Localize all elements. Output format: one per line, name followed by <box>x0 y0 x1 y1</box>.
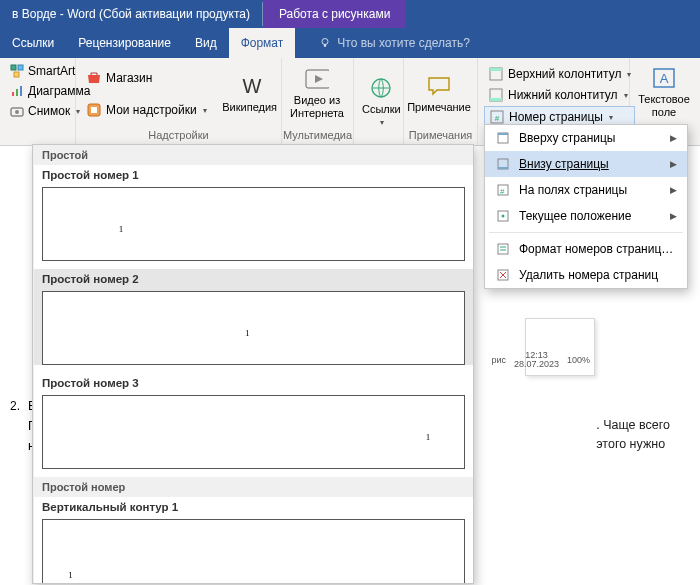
page-number-label: Номер страницы <box>509 110 603 124</box>
format-icon <box>495 241 511 257</box>
menu-page-margins[interactable]: # На полях страницы ▶ <box>485 177 687 203</box>
menu-current-position[interactable]: Текущее положение ▶ <box>485 203 687 229</box>
menu-margins-label: На полях страницы <box>519 183 627 197</box>
svg-text:A: A <box>660 71 669 86</box>
svg-rect-3 <box>18 65 23 70</box>
my-addins-label: Мои надстройки <box>106 103 197 117</box>
ribbon-group-comments: Примечание Примечания <box>404 58 478 145</box>
gallery-item-title-2: Простой номер 2 <box>34 269 473 287</box>
page-number-icon: # <box>489 109 505 125</box>
lightbulb-icon <box>319 37 331 49</box>
svg-rect-24 <box>498 133 508 135</box>
menu-current-label: Текущее положение <box>519 209 631 223</box>
touch-label: рис <box>491 355 506 365</box>
svg-rect-5 <box>12 92 14 96</box>
document-text: . Чаще всего этого нужно <box>596 416 670 454</box>
wikipedia-label: Википедия <box>222 101 277 114</box>
menu-separator <box>489 232 683 233</box>
gallery-group-simple: Простой <box>34 145 473 165</box>
store-icon <box>86 70 102 86</box>
store-button[interactable]: Магазин <box>82 68 211 88</box>
chevron-right-icon: ▶ <box>670 211 677 221</box>
tell-me-search[interactable]: Что вы хотите сделать? <box>319 28 470 58</box>
svg-point-0 <box>322 39 328 45</box>
gallery-option-plain3[interactable]: 1 <box>42 395 465 469</box>
page-number-menu: Вверху страницы ▶ Внизу страницы ▶ # На … <box>484 124 688 289</box>
tab-view[interactable]: Вид <box>183 28 229 58</box>
chevron-down-icon: ▾ <box>380 118 384 127</box>
ribbon-group-addins: Магазин Мои надстройки▾ W Википедия Надс… <box>76 58 282 145</box>
comments-group-label: Примечания <box>404 129 477 145</box>
screenshot-label: Снимок <box>28 104 70 118</box>
smartart-label: SmartArt <box>28 64 75 78</box>
svg-text:#: # <box>500 187 505 196</box>
svg-rect-16 <box>490 68 502 71</box>
gallery-option-vertical1[interactable]: 1 <box>42 519 465 584</box>
textbox-icon: A <box>652 66 676 90</box>
header-button[interactable]: Верхний колонтитул▾ <box>484 64 635 84</box>
context-tab[interactable]: Работа с рисунками <box>263 0 406 28</box>
svg-text:W: W <box>242 75 261 97</box>
tab-references[interactable]: Ссылки <box>0 28 66 58</box>
gallery-option-plain2[interactable]: 1 <box>42 291 465 365</box>
menu-bottom-of-page[interactable]: Внизу страницы ▶ <box>485 151 687 177</box>
svg-rect-2 <box>11 65 16 70</box>
ribbon-group-media: Видео из Интернета Мультимедиа <box>282 58 354 145</box>
footer-label: Нижний колонтитул <box>508 88 618 102</box>
menu-top-label: Вверху страницы <box>519 131 615 145</box>
comment-label: Примечание <box>407 101 471 114</box>
tab-review[interactable]: Рецензирование <box>66 28 183 58</box>
smartart-icon <box>10 64 24 78</box>
gallery-group-simple2: Простой номер <box>34 477 473 497</box>
svg-rect-7 <box>20 86 22 96</box>
gallery-item-title-4: Вертикальный контур 1 <box>34 497 473 515</box>
svg-text:#: # <box>495 114 500 123</box>
online-video-label: Видео из Интернета <box>290 94 344 119</box>
titlebar: в Ворде - Word (Сбой активации продукта)… <box>0 0 700 28</box>
ribbon-group-links: Ссылки▾ <box>354 58 404 145</box>
comment-button[interactable]: Примечание <box>410 62 468 125</box>
mini-taskbar: рис 12:13 28.07.2023 100% <box>491 351 590 369</box>
chevron-right-icon: ▶ <box>670 133 677 143</box>
footer-button[interactable]: Нижний колонтитул▾ <box>484 85 635 105</box>
svg-rect-31 <box>498 244 508 254</box>
menu-format-numbers[interactable]: Формат номеров страниц… <box>485 236 687 262</box>
list-number: 2. <box>10 399 20 413</box>
tab-format[interactable]: Формат <box>229 28 296 58</box>
menu-remove-label: Удалить номера страниц <box>519 268 658 282</box>
current-pos-icon <box>495 208 511 224</box>
wikipedia-button[interactable]: W Википедия <box>221 62 279 125</box>
video-icon <box>305 67 329 91</box>
link-icon <box>369 76 393 100</box>
svg-point-30 <box>502 215 505 218</box>
header-label: Верхний колонтитул <box>508 67 621 81</box>
svg-point-9 <box>15 110 19 114</box>
menu-top-of-page[interactable]: Вверху страницы ▶ <box>485 125 687 151</box>
gallery-item-title-1: Простой номер 1 <box>34 165 473 183</box>
page-margins-icon: # <box>495 182 511 198</box>
addins-icon <box>86 102 102 118</box>
my-addins-button[interactable]: Мои надстройки▾ <box>82 100 211 120</box>
footer-icon <box>488 87 504 103</box>
addins-group-label: Надстройки <box>76 129 281 145</box>
gallery-option-plain1[interactable]: 1 <box>42 187 465 261</box>
page-number-gallery[interactable]: Простой Простой номер 1 1 Простой номер … <box>32 144 474 584</box>
gallery-item-title-3: Простой номер 3 <box>34 373 473 391</box>
store-label: Магазин <box>106 71 152 85</box>
camera-icon <box>10 104 24 118</box>
chevron-right-icon: ▶ <box>670 185 677 195</box>
menu-remove-numbers[interactable]: Удалить номера страниц <box>485 262 687 288</box>
ribbon-group-illustrations: SmartArt Диаграмма Снимок▾ <box>0 58 76 145</box>
header-icon <box>488 66 504 82</box>
page-top-icon <box>495 130 511 146</box>
chevron-down-icon: ▾ <box>203 106 207 115</box>
mini-zoom: 100% <box>567 355 590 365</box>
svg-rect-26 <box>498 167 508 169</box>
online-video-button[interactable]: Видео из Интернета <box>288 62 346 125</box>
svg-rect-1 <box>324 45 326 47</box>
links-button[interactable]: Ссылки▾ <box>360 62 403 141</box>
comment-icon <box>427 74 451 98</box>
ribbon-tabs: Ссылки Рецензирование Вид Формат Что вы … <box>0 28 700 58</box>
svg-rect-4 <box>14 72 19 77</box>
textbox-label: Текстовое поле <box>638 93 690 118</box>
